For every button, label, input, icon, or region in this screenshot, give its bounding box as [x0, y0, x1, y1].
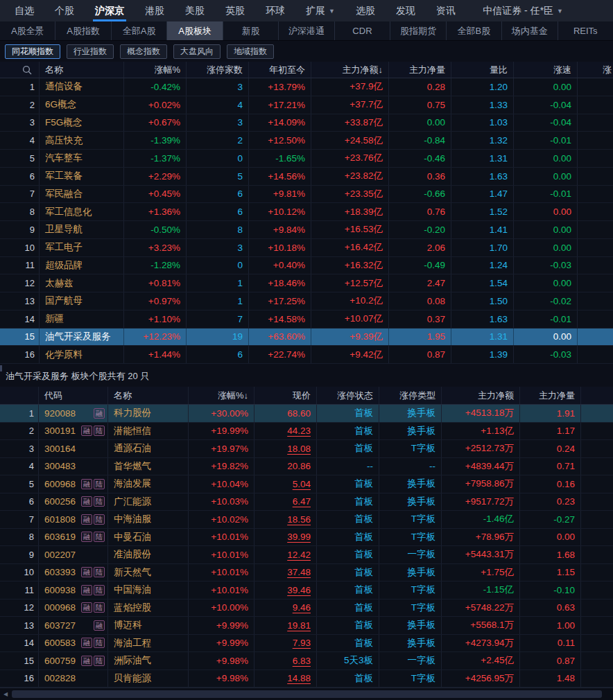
- market-tab[interactable]: 全部A股: [112, 21, 167, 40]
- limit-up-count: 19: [187, 329, 249, 346]
- limit-up-status: 首板: [317, 511, 379, 528]
- column-header[interactable]: 主力净额: [442, 387, 520, 404]
- blank-column: [581, 440, 613, 457]
- column-header[interactable]: 涨停类型: [379, 387, 442, 404]
- stock-row[interactable]: 9 002207 准油股份 +10.01% 12.42 首板 一字板 +5443…: [0, 546, 613, 564]
- sector-row[interactable]: 2 6G概念 +0.02% 4 +17.21% +37.7亿 0.75 1.33…: [0, 96, 613, 114]
- change-pct: +1.36%: [124, 203, 187, 220]
- market-tab[interactable]: A股全景: [0, 21, 55, 40]
- stock-row[interactable]: 6 600256融陆 广汇能源 +10.03% 6.47 首板 换手板 +951…: [0, 493, 613, 511]
- margin-badge: 融: [81, 514, 92, 525]
- market-tab[interactable]: 股指期货: [390, 21, 446, 40]
- scroll-left-arrow-icon[interactable]: ◀: [3, 691, 8, 697]
- market-tab[interactable]: A股板块: [167, 21, 223, 40]
- column-header[interactable]: 名称: [108, 387, 189, 404]
- stock-row[interactable]: 11 600938融陆 中国海油 +10.01% 39.46 首板 T字板 -1…: [0, 581, 613, 600]
- column-header[interactable]: 年初至今: [249, 62, 311, 78]
- column-header[interactable]: 主力净额↓: [311, 62, 389, 78]
- sector-row[interactable]: 3 F5G概念 +0.67% 3 +14.09% +33.87亿 0.00 1.…: [0, 114, 613, 132]
- sector-row[interactable]: 16 化学原料 +1.44% 6 +22.74% +9.42亿 0.87 1.3…: [0, 346, 613, 364]
- market-tab[interactable]: CDR: [335, 21, 390, 40]
- market-tab[interactable]: 沪深港通: [279, 21, 334, 40]
- sector-row[interactable]: 15 油气开采及服务 +12.23% 19 +63.60% +9.39亿 1.9…: [0, 329, 613, 347]
- column-header[interactable]: 涨停状态: [317, 387, 379, 404]
- stock-row[interactable]: 5 600968融陆 海油发展 +10.04% 5.04 首板 换手板 +795…: [0, 475, 613, 493]
- filter-button[interactable]: 概念指数: [120, 44, 167, 59]
- sector-row[interactable]: 14 新疆 +1.10% 7 +14.58% +10.07亿 0.37 1.63…: [0, 310, 613, 329]
- broker-account-menu[interactable]: 中信证券 - 任*臣 ▼: [476, 5, 570, 17]
- sector-row[interactable]: 6 军工装备 +2.29% 5 +14.56% +23.82亿 0.36 1.6…: [0, 168, 613, 186]
- sector-row[interactable]: 10 军工电子 +3.23% 3 +10.18% +16.42亿 2.06 1.…: [0, 239, 613, 257]
- main-net-volume: -0.66: [389, 186, 451, 203]
- stock-code-cell: 300483: [39, 458, 108, 475]
- column-header[interactable]: 名称: [40, 62, 124, 78]
- market-tab[interactable]: 新股: [223, 21, 279, 40]
- blank-column: [581, 581, 613, 599]
- filter-button[interactable]: 同花顺指数: [5, 44, 60, 59]
- limit-up-type: T字板: [379, 600, 442, 617]
- sector-row[interactable]: 11 超级品牌 -1.28% 0 +0.40% +16.32亿 -0.49 1.…: [0, 257, 613, 275]
- nav-item[interactable]: 自选▼: [4, 0, 44, 21]
- market-tab[interactable]: A股指数: [55, 21, 111, 40]
- column-header[interactable]: 主力净量: [389, 62, 451, 78]
- main-net-inflow: +16.42亿: [311, 239, 389, 256]
- stock-row[interactable]: 7 601808融陆 中海油服 +10.02% 18.56 首板 T字板 -1.…: [0, 511, 613, 529]
- nav-item[interactable]: 港股▼: [135, 0, 175, 21]
- sector-row[interactable]: 5 汽车整车 -1.37% 0 -1.65% +23.76亿 -0.46 1.3…: [0, 150, 613, 168]
- filter-button[interactable]: 大盘风向: [173, 44, 221, 59]
- stock-row[interactable]: 16 002828 贝肯能源 +9.98% 14.88 首板 T字板 +4256…: [0, 670, 613, 688]
- market-tab[interactable]: 全部B股: [447, 21, 502, 40]
- stock-row[interactable]: 14 600583融陆 海油工程 +9.99% 7.93 首板 换手板 +427…: [0, 635, 613, 653]
- stock-row[interactable]: 10 603393融陆 新天然气 +10.01% 37.48 首板 换手板 +1…: [0, 564, 613, 582]
- scrollbar-thumb[interactable]: [12, 690, 602, 698]
- nav-item[interactable]: 美股▼: [175, 0, 215, 21]
- nav-item[interactable]: 发现▼: [386, 0, 426, 21]
- column-header[interactable]: 现价: [254, 387, 317, 404]
- nav-item[interactable]: 个股▼: [44, 0, 85, 21]
- nav-item[interactable]: 扩展▼: [295, 0, 345, 21]
- scrollbar-fragment[interactable]: [0, 365, 2, 371]
- column-header[interactable]: 涨幅%↓: [189, 387, 254, 404]
- stock-row[interactable]: 1 920088融 科力股份 +30.00% 68.60 首板 换手板 +451…: [0, 405, 613, 423]
- market-tab[interactable]: 场内基金: [502, 21, 558, 40]
- column-header[interactable]: 涨速: [514, 62, 578, 78]
- change-pct: +10.04%: [189, 475, 254, 493]
- stock-row[interactable]: 15 600759融陆 洲际油气 +9.98% 6.83 5天3板 一字板 +2…: [0, 652, 613, 670]
- sector-row[interactable]: 1 通信设备 -0.42% 3 +13.79% +37.9亿 0.28 1.20…: [0, 78, 613, 96]
- sector-row[interactable]: 12 太赫兹 +0.81% 1 +18.46% +12.57亿 2.47 1.5…: [0, 274, 613, 292]
- volume-ratio: 1.50: [451, 292, 514, 310]
- sector-row[interactable]: 4 高压快充 -1.39% 2 +12.50% +24.58亿 -0.84 1.…: [0, 132, 613, 150]
- volume-ratio: 1.63: [451, 168, 514, 185]
- search-icon[interactable]: [0, 62, 40, 78]
- stock-row[interactable]: 13 603727融 博迈科 +9.99% 19.81 首板 换手板 +5568…: [0, 617, 613, 635]
- stock-row[interactable]: 3 300164 通源石油 +19.97% 18.08 首板 T字板 +2512…: [0, 440, 613, 458]
- filter-button[interactable]: 行业指数: [67, 44, 114, 59]
- nav-item[interactable]: 环球▼: [255, 0, 295, 21]
- column-header[interactable]: 涨停家数: [187, 62, 249, 78]
- sector-row[interactable]: 13 国产航母 +0.97% 1 +17.25% +10.2亿 0.08 1.5…: [0, 292, 613, 310]
- market-tab[interactable]: REITs: [558, 21, 613, 40]
- sector-name: 油气开采及服务: [40, 329, 124, 346]
- column-header[interactable]: 代码: [39, 387, 108, 404]
- column-header[interactable]: 涨: [578, 62, 613, 78]
- nav-item[interactable]: 英股▼: [215, 0, 255, 21]
- nav-item[interactable]: 资讯▼: [426, 0, 466, 21]
- sector-row[interactable]: 9 卫星导航 -0.50% 8 +9.84% +16.53亿 -0.20 1.4…: [0, 221, 613, 239]
- nav-item[interactable]: 沪深京▼: [85, 0, 135, 21]
- main-net-inflow: +10.2亿: [311, 292, 389, 310]
- column-header[interactable]: 涨幅%: [124, 62, 187, 78]
- stock-row[interactable]: 12 000968融陆 蓝焰控股 +10.00% 9.46 首板 T字板 +57…: [0, 600, 613, 618]
- main-net-inflow: -1.46亿: [442, 511, 520, 528]
- stock-name: 准油股份: [108, 546, 189, 563]
- column-header[interactable]: 主力净量: [520, 387, 581, 404]
- stock-row[interactable]: 4 300483 首华燃气 +19.82% 20.86 -- -- +4839.…: [0, 458, 613, 476]
- current-price: 18.56: [254, 511, 317, 528]
- stock-row[interactable]: 8 603619融陆 中曼石油 +10.01% 39.99 首板 T字板 +78…: [0, 529, 613, 547]
- sector-row[interactable]: 7 军民融合 +0.45% 6 +9.81% +23.35亿 -0.66 1.4…: [0, 186, 613, 204]
- column-header[interactable]: 量比: [451, 62, 514, 78]
- stock-row[interactable]: 2 300191融陆 潜能恒信 +19.99% 44.23 首板 换手板 +1.…: [0, 423, 613, 441]
- nav-item[interactable]: 选股▼: [345, 0, 386, 21]
- change-pct: +12.23%: [124, 329, 187, 346]
- sector-row[interactable]: 8 军工信息化 +1.36% 6 +10.12% +18.39亿 0.76 1.…: [0, 203, 613, 221]
- filter-button[interactable]: 地域指数: [227, 44, 274, 59]
